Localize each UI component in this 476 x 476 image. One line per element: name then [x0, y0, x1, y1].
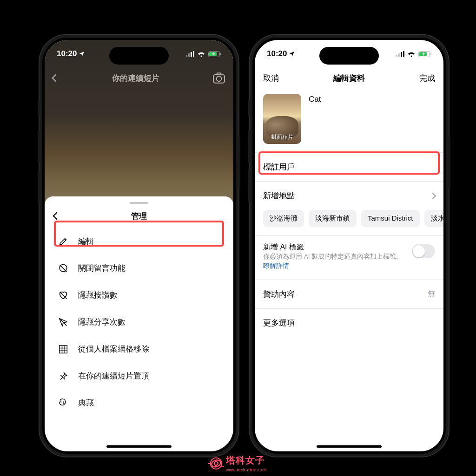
location-arrow-icon: [289, 51, 295, 57]
location-arrow-icon: [79, 51, 85, 57]
separator: [255, 152, 443, 153]
stage: 10:20 你的連續短片 管理: [0, 0, 476, 476]
svg-rect-3: [193, 51, 194, 57]
phone-left: 10:20 你的連續短片 管理: [39, 34, 239, 457]
more-options-label: 更多選項: [263, 318, 435, 328]
svg-rect-19: [398, 53, 400, 57]
comment-off-icon: [58, 263, 69, 274]
screen-right: 10:20 取消 編輯資料 完成 封面相片: [255, 40, 443, 451]
menu-hide-shares[interactable]: 隱藏分享次數: [45, 309, 233, 336]
add-location-row[interactable]: 新增地點: [255, 183, 443, 208]
ai-learn-more-link[interactable]: 瞭解詳情: [263, 262, 289, 269]
status-icons: [186, 51, 221, 57]
header-title: 你的連續短片: [59, 73, 213, 84]
caption-field[interactable]: Cat: [309, 94, 321, 144]
edit-nav: 取消 編輯資料 完成: [255, 67, 443, 89]
location-chip[interactable]: 淡海新市鎮: [309, 210, 357, 227]
battery-charging-icon: [418, 51, 431, 57]
sheet-back-icon[interactable]: [53, 212, 61, 220]
menu-edit[interactable]: 編輯: [45, 228, 233, 255]
menu-comments-off-label: 關閉留言功能: [78, 263, 126, 274]
clock-text: 10:20: [267, 49, 287, 59]
power-button: [238, 137, 240, 188]
camera-icon[interactable]: [213, 72, 225, 84]
svg-point-26: [214, 462, 218, 465]
home-indicator[interactable]: [317, 445, 382, 448]
separator: [255, 235, 443, 236]
volume-up-button: [248, 130, 250, 163]
ai-title: 新增 AI 標籤: [263, 242, 405, 252]
home-indicator[interactable]: [106, 445, 172, 448]
ai-label-row: 新增 AI 標籤 你必須為運用 AI 製成的特定逼真內容加上標籤。 瞭解詳情: [255, 238, 443, 278]
dynamic-island: [109, 47, 169, 65]
watermark-url: www.tech-girlz.com: [226, 468, 266, 472]
sponsored-value: 無: [428, 289, 435, 299]
tag-users-row[interactable]: 標註用戶: [255, 155, 443, 179]
done-button[interactable]: 完成: [419, 73, 435, 84]
separator: [255, 308, 443, 309]
separator: [255, 280, 443, 280]
svg-rect-18: [396, 55, 397, 57]
sheet-menu: 編輯 關閉留言功能 隱藏按讚數 隱藏分享次數: [45, 225, 233, 417]
svg-rect-21: [403, 51, 404, 57]
svg-point-8: [217, 76, 222, 81]
sponsored-row[interactable]: 贊助內容 無: [255, 282, 443, 306]
toggle-knob: [413, 245, 425, 257]
watermark-name: 塔科女子: [226, 454, 266, 467]
location-chips: 沙崙海灘 淡海新市鎮 Tamsui District 淡水佳順: [255, 208, 443, 234]
sheet-header: 管理: [45, 207, 233, 225]
volume-down-button: [248, 170, 250, 202]
volume-down-button: [38, 170, 40, 202]
svg-rect-20: [401, 52, 402, 57]
menu-pin-label: 在你的連續短片置頂: [78, 371, 149, 381]
svg-rect-1: [188, 53, 190, 57]
location-chip[interactable]: Tamsui District: [361, 210, 420, 227]
wifi-icon: [197, 51, 205, 57]
tag-users-label: 標註用戶: [263, 162, 435, 172]
svg-rect-0: [186, 55, 187, 57]
svg-rect-2: [191, 52, 192, 57]
ai-desc-text: 你必須為運用 AI 製成的特定逼真內容加上標籤。: [263, 253, 403, 260]
add-location-label: 新增地點: [263, 190, 426, 201]
manage-sheet: 管理 編輯 關閉留言功能 隱藏按讚數: [45, 196, 233, 451]
share-off-icon: [58, 317, 69, 328]
menu-remove-grid-label: 從個人檔案網格移除: [78, 344, 149, 354]
menu-hide-shares-label: 隱藏分享次數: [78, 317, 126, 327]
location-chip[interactable]: 淡水佳順: [424, 210, 443, 227]
menu-edit-label: 編輯: [78, 236, 94, 247]
menu-archive[interactable]: 典藏: [45, 390, 233, 417]
svg-rect-6: [220, 53, 221, 55]
watermark-logo-icon: [210, 457, 222, 469]
power-button: [449, 137, 450, 188]
svg-rect-24: [430, 53, 431, 55]
sheet-grabber[interactable]: [130, 202, 148, 204]
ai-desc: 你必須為運用 AI 製成的特定逼真內容加上標籤。 瞭解詳情: [263, 252, 405, 271]
cancel-button[interactable]: 取消: [263, 73, 279, 84]
svg-rect-13: [60, 346, 67, 353]
menu-comments-off[interactable]: 關閉留言功能: [45, 255, 233, 282]
edit-content: 封面相片 Cat 標註用戶 新增地點 沙崙海灘 淡海新市鎮 Tamsui Dis…: [255, 89, 443, 451]
cover-label: 封面相片: [263, 133, 301, 141]
phone-right: 10:20 取消 編輯資料 完成 封面相片: [249, 34, 450, 457]
cellular-icon: [186, 51, 194, 57]
battery-charging-icon: [208, 51, 221, 57]
wifi-icon: [407, 51, 416, 57]
side-button: [248, 100, 250, 117]
pencil-icon: [58, 236, 69, 247]
svg-line-11: [60, 292, 67, 299]
menu-hide-likes-label: 隱藏按讚數: [78, 290, 118, 300]
location-chip[interactable]: 沙崙海灘: [263, 210, 304, 227]
menu-remove-grid[interactable]: 從個人檔案網格移除: [45, 336, 233, 363]
chevron-right-icon: [430, 192, 436, 199]
side-button: [38, 100, 40, 117]
menu-pin[interactable]: 在你的連續短片置頂: [45, 363, 233, 390]
grid-icon: [58, 344, 69, 355]
sponsored-label: 贊助內容: [263, 289, 423, 300]
sheet-title: 管理: [131, 211, 147, 222]
cover-thumbnail[interactable]: 封面相片: [263, 94, 301, 144]
more-options-row[interactable]: 更多選項: [255, 311, 443, 335]
volume-up-button: [38, 130, 40, 163]
menu-archive-label: 典藏: [78, 398, 94, 408]
ai-toggle[interactable]: [412, 244, 435, 258]
menu-hide-likes[interactable]: 隱藏按讚數: [45, 282, 233, 309]
